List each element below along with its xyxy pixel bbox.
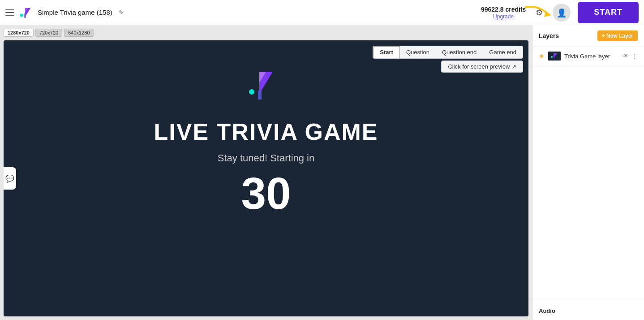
layer-item[interactable]: ★ Trivia Game layer 👁 ⋮ [532,47,644,65]
tab-question-end[interactable]: Question end [436,46,483,58]
screen-preview-button[interactable]: Click for screen preview ↗ [441,61,523,73]
trivia-subtitle: Stay tuned! Starting in [218,152,314,164]
screen-tab-row: Start Question Question end Game end [373,46,523,59]
trivia-logo [244,67,288,105]
tab-game-end[interactable]: Game end [483,46,523,58]
edit-icon[interactable]: ✎ [119,9,124,16]
res-tab-720[interactable]: 720x720 [35,29,62,37]
svg-point-0 [20,13,23,17]
svg-point-7 [249,89,254,95]
start-button[interactable]: START [578,2,639,23]
svg-point-12 [551,56,553,58]
tab-start[interactable]: Start [373,46,400,58]
svg-rect-3 [24,13,26,18]
topbar-left: Simple Trivia game (158) ✎ [5,5,481,20]
upgrade-link[interactable]: Upgrade [481,13,526,20]
tab-question[interactable]: Question [400,46,436,58]
resolution-tabs: 1280x720 720x720 640x1280 [0,25,532,37]
right-panel: Layers + New Layer ★ Trivia Game layer 👁… [532,25,644,320]
avatar[interactable]: 👤 [553,4,571,22]
layers-header: Layers + New Layer [532,25,644,47]
chat-icon: 💬 [5,174,14,183]
new-layer-button[interactable]: + New Layer [597,30,638,41]
main-area: 1280x720 720x720 640x1280 💬 Start Questi… [0,25,644,320]
res-tab-1280[interactable]: 1280x720 [4,29,34,37]
menu-icon[interactable] [5,8,14,17]
svg-text:👤: 👤 [557,8,567,17]
res-tab-640[interactable]: 640x1280 [64,29,94,37]
layer-name: Trivia Game layer [564,53,619,60]
project-title: Simple Trivia game (158) [38,9,112,16]
layer-thumbnail [548,52,561,61]
trivia-main-title: LIVE TRIVIA GAME [154,118,378,145]
credits-amount: 99622.8 credits [481,6,526,13]
canvas-preview: 💬 Start Question Question end Game end C… [4,40,528,316]
audio-section: Audio [532,301,644,320]
screen-tabs: Start Question Question end Game end Cli… [373,46,523,73]
audio-title: Audio [539,307,555,314]
app-logo [19,5,33,20]
layer-more-icon[interactable]: ⋮ [631,52,638,60]
layer-actions: 👁 ⋮ [623,52,638,60]
trivia-countdown: 30 [241,168,291,219]
layer-star-icon: ★ [539,52,545,60]
topbar-center: 99622.8 credits Upgrade ⚙ 👤 START [481,2,639,23]
layers-title: Layers [539,32,559,39]
canvas-area: 1280x720 720x720 640x1280 💬 Start Questi… [0,25,532,320]
credits-area: 99622.8 credits Upgrade [481,5,526,20]
chat-bubble[interactable]: 💬 [4,167,16,190]
svg-rect-10 [258,91,262,99]
layer-visibility-icon[interactable]: 👁 [623,52,629,60]
settings-icon[interactable]: ⚙ [533,6,545,19]
topbar: Simple Trivia game (158) ✎ 99622.8 credi… [0,0,644,25]
